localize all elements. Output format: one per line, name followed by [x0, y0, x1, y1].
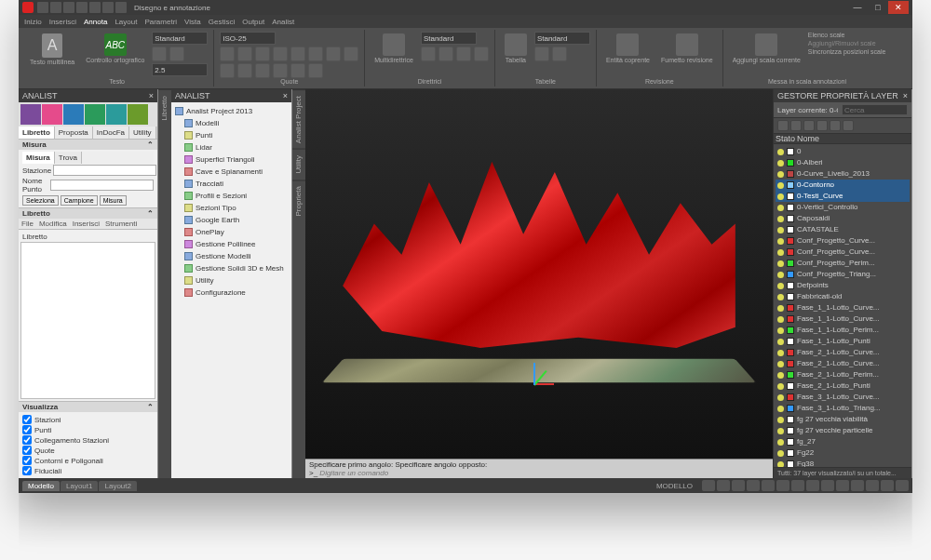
color-swatch-icon[interactable]: [787, 148, 794, 155]
strip-tab[interactable]: Analist Project: [292, 89, 305, 149]
panel-close-icon[interactable]: ×: [903, 91, 908, 100]
status-toggle[interactable]: [821, 480, 834, 491]
color-swatch-icon[interactable]: [787, 193, 794, 200]
tree-node[interactable]: Profili e Sezioni: [175, 190, 288, 202]
stazione-input[interactable]: [53, 165, 156, 176]
ribbon-button[interactable]: [344, 47, 358, 61]
visibility-icon[interactable]: [777, 160, 784, 167]
tree-node[interactable]: Superfici Triangoli: [175, 153, 288, 166]
color-swatch-icon[interactable]: [787, 248, 794, 256]
remove-scale-button[interactable]: Aggiungi/Rimuovi scale: [808, 40, 886, 47]
color-swatch-icon[interactable]: [787, 215, 794, 222]
layer-row[interactable]: Fase_2_1-Lotto_Perim...: [776, 369, 910, 380]
close-button[interactable]: ✕: [888, 1, 909, 14]
status-toggle[interactable]: [717, 480, 730, 491]
layer-tool-button[interactable]: [830, 120, 841, 131]
color-swatch-icon[interactable]: [787, 438, 794, 446]
collapse-icon[interactable]: ⌃: [147, 140, 154, 149]
menu-item[interactable]: Vista: [184, 18, 201, 26]
layer-row[interactable]: fg 27 vecchie particelle: [776, 425, 910, 436]
visibility-icon[interactable]: [777, 327, 784, 334]
layer-row[interactable]: 0-Alberi: [776, 157, 910, 168]
tree-node[interactable]: Tracciati: [175, 178, 288, 190]
mleader-style-select[interactable]: [421, 32, 477, 45]
wipeout-button[interactable]: Entità coprente: [602, 32, 654, 65]
layer-row[interactable]: 0-Contorno: [776, 180, 910, 191]
status-toggle[interactable]: [791, 480, 804, 491]
vis-checkbox[interactable]: [22, 415, 32, 424]
tree-node[interactable]: OnePlay: [175, 226, 288, 238]
vis-checkbox[interactable]: [22, 466, 32, 475]
visibility-icon[interactable]: [777, 406, 784, 412]
vis-checkbox[interactable]: [22, 446, 32, 455]
ribbon-button[interactable]: [456, 47, 471, 61]
libretto-listbox[interactable]: [20, 242, 155, 399]
palette-button[interactable]: [106, 104, 127, 125]
color-swatch-icon[interactable]: [787, 382, 794, 390]
qat-button[interactable]: [37, 2, 48, 13]
color-swatch-icon[interactable]: [787, 204, 794, 211]
layer-row[interactable]: Conf_Progetto_Perim...: [776, 258, 910, 269]
ribbon-button[interactable]: [152, 47, 167, 61]
menu-item[interactable]: Inserisci: [49, 18, 76, 26]
tab-modello[interactable]: Modello: [22, 481, 60, 491]
tab-proposta[interactable]: Proposta: [55, 127, 93, 139]
color-swatch-icon[interactable]: [787, 181, 794, 189]
tree-node[interactable]: Lidar: [175, 141, 288, 153]
color-swatch-icon[interactable]: [787, 237, 794, 245]
layer-row[interactable]: Fase_2_1-Lotto_Curve...: [776, 347, 910, 358]
tab-indocfa[interactable]: InDocFa: [93, 127, 129, 139]
visibility-icon[interactable]: [777, 193, 784, 200]
libretto-menu[interactable]: Modifica: [39, 220, 67, 228]
tree-node[interactable]: Sezioni Tipo: [175, 202, 288, 214]
palette-button[interactable]: [63, 104, 84, 125]
misura-button[interactable]: Misura: [100, 195, 127, 206]
layer-row[interactable]: 0-Vertici_Controllo: [776, 202, 910, 213]
ribbon-button[interactable]: [220, 47, 235, 61]
vis-checkbox[interactable]: [22, 425, 32, 434]
ribbon-button[interactable]: [439, 47, 453, 61]
color-swatch-icon[interactable]: [787, 170, 794, 178]
vis-checkbox[interactable]: [22, 456, 32, 465]
visibility-icon[interactable]: [777, 260, 784, 267]
layer-row[interactable]: Fase_3_1-Lotto_Triang...: [776, 403, 910, 414]
layer-row[interactable]: Fase_1_1-Lotto_Curve...: [776, 313, 910, 325]
qat-button[interactable]: [50, 2, 61, 13]
color-swatch-icon[interactable]: [787, 416, 794, 423]
ribbon-button[interactable]: [255, 47, 270, 61]
palette-button[interactable]: [20, 104, 41, 125]
libretto-menu[interactable]: Strumenti: [105, 220, 137, 228]
layer-row[interactable]: fg_27: [776, 436, 910, 447]
ribbon-button[interactable]: [552, 47, 567, 61]
color-swatch-icon[interactable]: [787, 460, 794, 467]
ribbon-button[interactable]: [474, 47, 489, 61]
panel-close-icon[interactable]: ×: [149, 91, 154, 100]
multileader-button[interactable]: Multidirettrice: [371, 32, 417, 65]
status-toggle[interactable]: [806, 480, 819, 491]
status-toggle[interactable]: [851, 480, 864, 491]
seleziona-button[interactable]: Seleziona: [22, 195, 59, 206]
visibility-icon[interactable]: [777, 383, 784, 390]
layer-tool-button[interactable]: [816, 120, 828, 131]
ribbon-button[interactable]: [169, 47, 184, 61]
layer-tool-button[interactable]: [803, 120, 815, 131]
layer-row[interactable]: Fase_2_1-Lotto_Curve...: [776, 358, 910, 369]
strip-tab[interactable]: Utility: [292, 149, 305, 180]
layer-tool-button[interactable]: [777, 120, 789, 131]
visibility-icon[interactable]: [777, 216, 784, 222]
ribbon-button[interactable]: [290, 47, 305, 61]
menu-item[interactable]: Layout: [115, 18, 137, 26]
ribbon-button[interactable]: [308, 63, 323, 78]
visibility-icon[interactable]: [777, 249, 784, 256]
sync-scale-button[interactable]: Sincronizza posizioni scale: [808, 48, 886, 55]
color-swatch-icon[interactable]: [787, 293, 794, 300]
layer-row[interactable]: Fase_1_1-Lotto_Curve...: [776, 302, 910, 313]
table-style-select[interactable]: [534, 32, 590, 45]
color-swatch-icon[interactable]: [787, 282, 794, 289]
layer-row[interactable]: Fase_2_1-Lotto_Punti: [776, 380, 910, 392]
visibility-icon[interactable]: [777, 205, 784, 211]
tab-layout[interactable]: Layout1: [61, 481, 98, 491]
layer-row[interactable]: Caposaldi: [776, 213, 910, 224]
visibility-icon[interactable]: [777, 283, 784, 289]
menu-item[interactable]: Parametri: [144, 18, 177, 26]
